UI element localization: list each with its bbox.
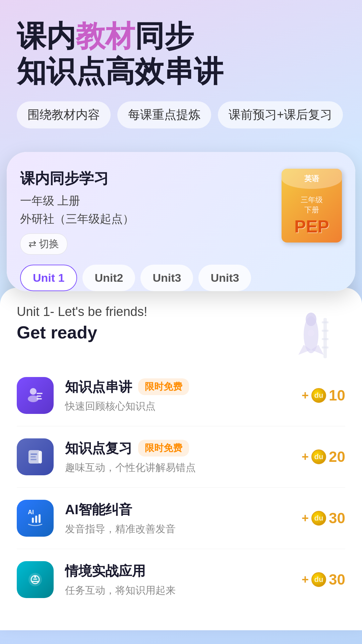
rocket-decoration bbox=[285, 305, 345, 365]
list-item[interactable]: 知识点复习 限时免费 趣味互动，个性化讲解易错点 + du 20 bbox=[17, 426, 345, 488]
lesson-text-4: 情境实战应用 任务互动，将知识用起来 bbox=[65, 562, 290, 597]
unit-tab-1[interactable]: Unit 1 bbox=[20, 265, 77, 291]
coin-icon-4: du bbox=[311, 572, 326, 587]
unit-heading: Unit 1- Let's be friends! bbox=[17, 305, 147, 319]
coin-number-3: 30 bbox=[329, 510, 345, 527]
hero-title-row2: 知识点高效串讲 bbox=[17, 55, 345, 88]
lesson-coins-2: + du 20 bbox=[302, 448, 345, 465]
hero-section: 课内教材同步 知识点高效串讲 围绕教材内容 每课重点提炼 课前预习+课后复习 bbox=[0, 0, 362, 152]
svg-point-10 bbox=[30, 388, 37, 395]
hero-tag-1: 围绕教材内容 bbox=[17, 101, 111, 128]
title-before: 课内 bbox=[17, 19, 76, 53]
coin-icon-2: du bbox=[311, 449, 326, 464]
unit-heading-block: Unit 1- Let's be friends! Get ready bbox=[17, 305, 147, 359]
svg-rect-20 bbox=[32, 518, 34, 523]
svg-rect-26 bbox=[33, 579, 37, 580]
svg-point-28 bbox=[34, 576, 36, 578]
switch-button[interactable]: ⇄ 切换 bbox=[20, 233, 67, 255]
lesson-desc-1: 快速回顾核心知识点 bbox=[65, 399, 290, 413]
lesson-title-3: AI智能纠音 bbox=[65, 500, 132, 519]
list-item[interactable]: 知识点串讲 限时免费 快速回顾核心知识点 + du 10 bbox=[17, 365, 345, 426]
unit-tab-3[interactable]: Unit3 bbox=[140, 265, 193, 291]
svg-rect-7 bbox=[322, 330, 328, 332]
switch-label: 切换 bbox=[39, 237, 59, 251]
lesson-title-2: 知识点复习 bbox=[65, 439, 132, 458]
lesson-desc-4: 任务互动，将知识用起来 bbox=[65, 584, 290, 597]
svg-rect-18 bbox=[31, 459, 37, 460]
lesson-text-2: 知识点复习 限时免费 趣味互动，个性化讲解易错点 bbox=[65, 439, 290, 475]
phone-header: 课内同步学习 一年级 上册 外研社（三年级起点） ⇄ 切换 英语 三年级下册 P… bbox=[20, 169, 342, 255]
lesson-text-1: 知识点串讲 限时免费 快速回顾核心知识点 bbox=[65, 378, 290, 413]
unit-tabs: Unit 1 Unit2 Unit3 Unit3 bbox=[20, 265, 342, 291]
lesson-icon-4 bbox=[17, 561, 54, 598]
svg-rect-21 bbox=[35, 516, 37, 523]
svg-rect-9 bbox=[322, 346, 328, 348]
lesson-text-3: AI智能纠音 发音指导，精准改善发音 bbox=[65, 500, 290, 536]
svg-rect-6 bbox=[322, 321, 328, 323]
lesson-icon-1 bbox=[17, 377, 54, 414]
svg-rect-14 bbox=[37, 398, 42, 399]
lesson-title-4: 情境实战应用 bbox=[65, 562, 145, 580]
svg-rect-22 bbox=[39, 514, 41, 523]
coin-number-2: 20 bbox=[329, 448, 345, 465]
svg-rect-17 bbox=[31, 456, 36, 458]
hero-tags: 围绕教材内容 每课重点提炼 课前预习+课后复习 bbox=[17, 101, 345, 128]
lesson-list: 知识点串讲 限时免费 快速回顾核心知识点 + du 10 bbox=[17, 365, 345, 610]
content-card: Unit 1- Let's be friends! Get ready bbox=[0, 288, 362, 630]
svg-rect-8 bbox=[322, 338, 328, 340]
list-item[interactable]: AI AI智能纠音 发音指导，精准改善发音 + du 30 bbox=[17, 488, 345, 549]
lesson-coins-4: + du 30 bbox=[302, 571, 345, 588]
phone-grade: 一年级 上册 bbox=[20, 193, 134, 209]
phone-header-left: 课内同步学习 一年级 上册 外研社（三年级起点） ⇄ 切换 bbox=[20, 169, 134, 255]
svg-rect-27 bbox=[32, 581, 39, 582]
svg-rect-16 bbox=[31, 453, 37, 455]
book-label: 英语 bbox=[282, 169, 342, 189]
unit-tab-4[interactable]: Unit3 bbox=[198, 265, 251, 291]
list-item[interactable]: 情境实战应用 任务互动，将知识用起来 + du 30 bbox=[17, 549, 345, 610]
lesson-title-1: 知识点串讲 bbox=[65, 378, 132, 396]
unit-header-row: Unit 1- Let's be friends! Get ready bbox=[17, 305, 345, 365]
unit-tab-2[interactable]: Unit2 bbox=[82, 265, 135, 291]
hero-title-row1: 课内教材同步 bbox=[17, 20, 345, 53]
switch-icon: ⇄ bbox=[28, 238, 36, 250]
phone-mock: 课内同步学习 一年级 上册 外研社（三年级起点） ⇄ 切换 英语 三年级下册 P… bbox=[7, 152, 355, 291]
title-after: 同步 bbox=[135, 19, 194, 53]
book-brand: PEP bbox=[294, 216, 329, 236]
book-grade: 三年级下册 bbox=[301, 195, 323, 215]
svg-rect-12 bbox=[37, 393, 43, 394]
book-cover: 英语 三年级下册 PEP bbox=[282, 169, 342, 243]
svg-rect-19 bbox=[39, 451, 42, 464]
coin-icon-1: du bbox=[311, 388, 326, 403]
lesson-desc-2: 趣味互动，个性化讲解易错点 bbox=[65, 461, 290, 475]
lesson-badge-2: 限时免费 bbox=[138, 440, 189, 457]
lesson-badge-1: 限时免费 bbox=[138, 378, 189, 395]
hero-tag-3: 课前预习+课后复习 bbox=[218, 101, 343, 128]
hero-tag-2: 每课重点提炼 bbox=[117, 101, 211, 128]
phone-publisher: 外研社（三年级起点） bbox=[20, 211, 134, 227]
svg-point-4 bbox=[308, 330, 314, 336]
lesson-coins-1: + du 10 bbox=[302, 387, 345, 404]
unit-subheading: Get ready bbox=[17, 322, 147, 342]
coin-icon-3: du bbox=[311, 511, 326, 526]
title-accent: 教材 bbox=[76, 19, 135, 53]
phone-section-title: 课内同步学习 bbox=[20, 169, 134, 189]
coin-number-1: 10 bbox=[329, 387, 345, 404]
coin-number-4: 30 bbox=[329, 571, 345, 588]
lesson-coins-3: + du 30 bbox=[302, 510, 345, 527]
lesson-icon-2 bbox=[17, 438, 54, 475]
lesson-desc-3: 发音指导，精准改善发音 bbox=[65, 522, 290, 536]
lesson-icon-3: AI bbox=[17, 500, 54, 537]
svg-point-1 bbox=[306, 313, 316, 326]
svg-rect-13 bbox=[37, 395, 41, 397]
svg-text:AI: AI bbox=[28, 509, 34, 516]
